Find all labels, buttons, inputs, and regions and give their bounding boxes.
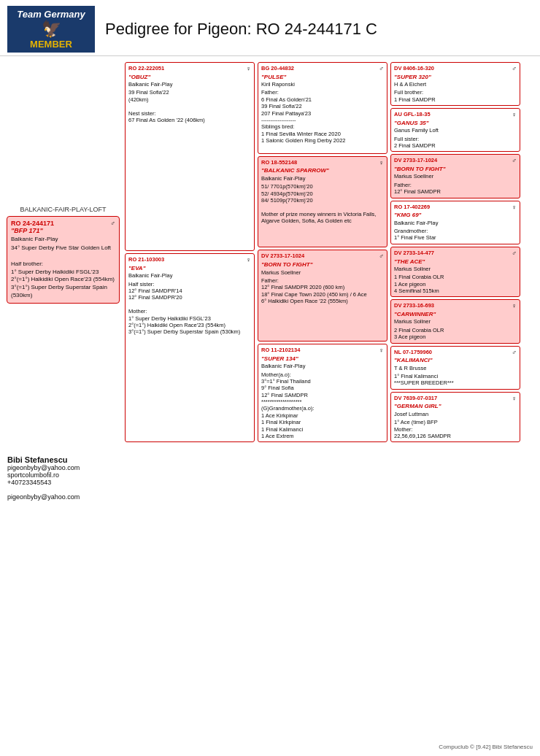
logo: Team Germany 🦅 MEMBER [7,6,95,53]
ggp5-ring: DV 2733-14-477 [394,250,434,258]
gp-4-card: RO 11-2102134 ♀ "SUPER 134" Balkanic Fai… [258,344,387,442]
gp4-info: Mother(a.o): 3°=1° Final Thailand 9° Fin… [261,371,384,440]
p1-ring: RO 22-222051 [128,65,164,74]
p1-sex: ♀ [246,65,251,74]
main-sex: ♂ [110,220,115,227]
gp1-ring: BG 20-44832 [261,65,294,74]
header: Team Germany 🦅 MEMBER Pedigree for Pigeo… [0,0,540,56]
ggp-1-card: DV 8406-16-320 ♂ "SUPER 320" H & A Eiche… [390,62,520,106]
pedigree-chart: BALKANIC-FAIR-PLAY-LOFT RO 24-244171 ♂ "… [0,56,540,442]
ggp-7-card: NL 07-1759960 ♂ "KALIMANCI" T & R Brusse… [390,346,520,390]
owner-name: Bibi Stefanescu [7,455,533,464]
ggp4-info: Grandmother: 1° Final Five Star [394,228,517,242]
ggp8-ring: DV 7639-07-0317 [394,395,437,404]
footer-website: sportcolumbofil.ro [7,471,533,479]
page-title: Pedigree for Pigeon: RO 24-244171 C [105,20,377,39]
ggp5-info: 1 Final Corabia OLR 1 Ace pigeon 4 Semif… [394,274,517,294]
gp1-name: "PULSE" [261,74,384,81]
main-ring: RO 24-244171 [11,220,54,227]
gp1-owner: Kiril Raponski [261,81,384,88]
ggp6-owner: Markus Sollner [394,318,517,325]
gp-3-card: DV 2733-17-1024 ♂ "BORN TO FIGHT" Markus… [258,250,387,342]
ggp1-info: Full brother: 1 Final SAMDPR [394,89,517,103]
gp3-ring: DV 2733-17-1024 [261,252,304,261]
ggp7-info: 1° Final Kalimanci ***SUPER BREEDER*** [394,373,517,387]
ggp5-owner: Markus Sollner [394,266,517,272]
parent-1-card: RO 22-222051 ♀ "OBUZ" Balkanic Fair-Play… [125,62,255,251]
gp4-loft: Balkanic Fair-Play [261,363,384,369]
gp3-info: Father: 12° Final SAMDPR 2020 (600 km) 1… [261,277,384,305]
ggp4-name: "KMG 69" [394,212,517,219]
eagle-icon: 🦅 [13,20,89,39]
gp2-name: "BALKANIC SPARROW" [261,167,384,174]
gp2-ring: RO 18-552148 [261,159,297,168]
gp-2-card: RO 18-552148 ♀ "BALKANIC SPARROW" Balkan… [258,156,387,248]
gp3-name: "BORN TO FIGHT" [261,261,384,269]
ggp-3-card: DV 2733-17-1024 ♂ "BORN TO FIGHT" Markus… [390,154,520,198]
p2-loft: Balkanic Fair-Play [128,272,251,279]
ggp7-name: "KALIMANCI" [394,357,517,364]
ggp8-name: "GERMAN GIRL" [394,403,517,410]
gp4-name: "SUPER 134" [261,355,384,363]
ggp2-owner: Ganus Family Loft [394,127,517,134]
ggp6-info: 2 Final Corabia OLR 3 Ace pigeon [394,327,517,341]
col-grandparents: BG 20-44832 ♂ "PULSE" Kiril Raponski Fat… [256,59,389,442]
ggp2-info: Full sister: 2 Final SAMDPR [394,136,517,150]
ggp8-owner: Josef Luttman [394,411,517,417]
main-name: "BFP 171" [11,227,115,234]
ggp2-ring: AU GFL-18-35 [394,111,431,120]
ggp2-name: "GANUS 35" [394,120,517,127]
p2-ring: RO 21-103003 [128,256,164,265]
ggp6-ring: DV 2733-16-693 [394,302,434,311]
p2-name: "EVA" [128,265,251,272]
ggp7-ring: NL 07-1759960 [394,349,432,358]
ggp5-name: "THE ACE" [394,258,517,266]
logo-member: MEMBER [13,39,89,50]
footer-email1: pigeonbyby@yahoo.com [7,464,533,471]
gp1-info: Father: 6 Final As Golden'21 39 Final So… [261,89,384,144]
gp2-loft: Balkanic Fair-Play [261,175,384,182]
ggp1-name: "SUPER 320" [394,74,517,81]
main-pigeon-card: RO 24-244171 ♂ "BFP 171" Balkanic Fair-P… [7,216,120,304]
ggp3-name: "BORN TO FIGHT" [394,166,517,173]
ggp4-ring: RO 17-402269 [394,204,430,212]
footer: Bibi Stefanescu pigeonbyby@yahoo.com spo… [0,450,540,504]
footer-email2: pigeonbyby@yahoo.com [7,493,533,501]
logo-team: Team Germany [13,9,89,20]
parent-2-card: RO 21-103003 ♀ "EVA" Balkanic Fair-Play … [125,253,255,442]
ggp3-ring: DV 2733-17-1024 [394,157,437,166]
ggp8-info: 1° Ace (time) BFP Mother: 22,56,69,126 S… [394,419,517,439]
footer-phone: +40723345543 [7,479,533,486]
gp-1-card: BG 20-44832 ♂ "PULSE" Kiril Raponski Fat… [258,62,387,154]
ggp1-owner: H & A Eichert [394,81,517,88]
ggp3-owner: Markus Soellner [394,173,517,180]
ggp7-owner: T & R Brusse [394,365,517,371]
gp3-owner: Markus Soellner [261,269,384,276]
gp2-info: 51/ 7701p(570km)'20 52/ 4934p(570km)'20 … [261,183,384,224]
ggp4-loft: Balkanic Fair-Play [394,220,517,226]
main-info: 34° Super Derby Five Star Golden Loft Ha… [11,244,115,300]
p1-info: 39 Final Sofia'22 (420km) Nest sister: 6… [128,89,251,123]
main-loft: Balkanic Fair-Play [11,236,115,244]
gp4-ring: RO 11-2102134 [261,347,300,355]
p2-info: Half sister: 12° Final SAMDPR'14 12° Fin… [128,281,251,336]
ggp3-info: Father: 12° Final SAMDPR [394,182,517,196]
ggp-8-card: DV 7639-07-0317 ♀ "GERMAN GIRL" Josef Lu… [390,392,520,443]
p2-sex: ♀ [246,256,251,265]
ggp1-ring: DV 8406-16-320 [394,65,434,74]
col-parents: RO 22-222051 ♀ "OBUZ" Balkanic Fair-Play… [123,59,256,442]
ggp-5-card: DV 2733-14-477 ♂ "THE ACE" Markus Sollne… [390,247,520,298]
copyright: Compuclub © [9.42] Bibi Stefanescu [439,744,533,750]
p1-name: "OBUZ" [128,74,251,81]
p1-loft: Balkanic Fair-Play [128,81,251,88]
col-greatgrandparents: DV 8406-16-320 ♂ "SUPER 320" H & A Eiche… [389,59,522,442]
loft-label: BALKANIC-FAIR-PLAY-LOFT [20,206,106,213]
ggp-6-card: DV 2733-16-693 ♀ "CARWINNER" Markus Soll… [390,299,520,343]
ggp-4-card: RO 17-402269 ♀ "KMG 69" Balkanic Fair-Pl… [390,201,520,244]
col-main: BALKANIC-FAIR-PLAY-LOFT RO 24-244171 ♂ "… [3,59,123,442]
ggp6-name: "CARWINNER" [394,311,517,318]
ggp-2-card: AU GFL-18-35 ♀ "GANUS 35" Ganus Family L… [390,108,520,152]
